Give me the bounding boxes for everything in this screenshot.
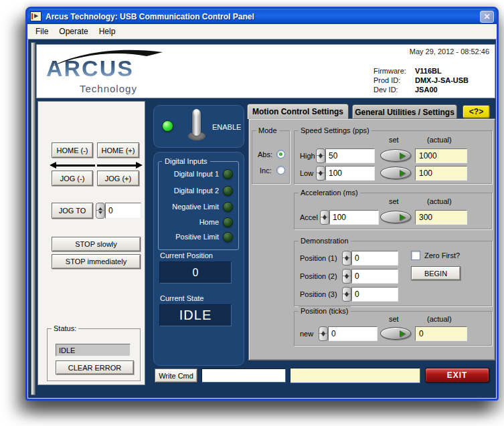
positive-limit-label: Positive Limit [160, 233, 219, 241]
high-speed-stepper[interactable] [316, 148, 325, 163]
position-1-stepper[interactable] [342, 251, 351, 265]
header-panel: ARCUS Technology May 29, 2012 - 08:52:46… [36, 44, 495, 98]
write-cmd-button[interactable]: Write Cmd [155, 368, 197, 383]
status-group-label: Status: [52, 324, 78, 333]
stop-immediately-button[interactable]: STOP immediately [52, 254, 141, 269]
jog-plus-button[interactable]: JOG (+) [97, 171, 139, 186]
jog-minus-button[interactable]: JOG (-) [52, 171, 93, 186]
low-speed-actual-field: 100 [415, 166, 467, 181]
digital-inputs-group: Digital Inputs Digital Input 1 Digital I… [158, 161, 239, 250]
position-2-stepper[interactable] [342, 269, 351, 284]
app-window: Arcus Technology: USB Communication Cont… [25, 7, 499, 401]
high-speed-actual-field: 1000 [415, 148, 467, 163]
new-position-label: new [300, 330, 313, 338]
speed-actual-label: (actual) [427, 136, 452, 144]
position-3-field[interactable]: 0 [351, 287, 398, 302]
enable-toggle-switch[interactable] [187, 109, 207, 142]
dev-id-label: Dev ID: [373, 86, 415, 94]
begin-button[interactable]: BEGIN [411, 266, 460, 280]
current-position-label: Current Position [160, 251, 213, 259]
set-accel-button[interactable] [380, 211, 411, 223]
command-input-field[interactable] [201, 368, 286, 383]
mode-group-label: Mode [256, 126, 279, 135]
exit-button[interactable]: EXIT [425, 368, 489, 383]
enable-label: ENABLE [212, 123, 241, 131]
device-info: Firmware: V116BL Prod ID: DMX-J-SA-USB D… [373, 67, 469, 94]
mode-group: Mode Abs: Inc: [252, 130, 290, 184]
new-position-stepper[interactable] [319, 326, 328, 341]
digital-input-2-led [223, 186, 233, 196]
menu-help[interactable]: Help [94, 25, 121, 38]
speed-settings-label: Speed Settings (pps) [299, 126, 371, 135]
accel-stepper[interactable] [320, 210, 329, 225]
speed-settings-group: Speed Settings (pps) set (actual) High 5… [294, 130, 492, 184]
dev-id-value: JSA00 [415, 86, 469, 94]
ticks-actual-label: (actual) [427, 315, 452, 323]
accel-field[interactable]: 100 [329, 210, 379, 225]
position-ticks-label: Position (ticks) [299, 306, 351, 316]
negative-limit-led [223, 202, 233, 212]
arcus-logo-text: ARCUS [46, 56, 134, 82]
prod-id-label: Prod ID: [373, 76, 415, 84]
enable-led-indicator [162, 120, 173, 132]
status-group: Status: IDLE CLEAR ERROR [47, 328, 141, 381]
new-position-field[interactable]: 0 [328, 326, 377, 341]
home-label: Home [160, 218, 219, 226]
speed-set-label: set [389, 136, 399, 144]
tab-general-utilities-settings[interactable]: General Utilities / Settings [352, 104, 457, 119]
firmware-value: V116BL [415, 67, 469, 75]
high-speed-field[interactable]: 50 [325, 148, 375, 163]
digital-input-1-led [223, 169, 233, 179]
current-position-display: 0 [159, 261, 232, 284]
position-1-label: Position (1) [300, 254, 337, 262]
jog-to-value-field[interactable]: 0 [105, 203, 141, 219]
position-2-label: Position (2) [300, 272, 337, 280]
digital-input-2-label: Digital Input 2 [160, 187, 219, 195]
acceleration-group: Acceleration (ms) set (actual) Accel 100… [294, 193, 492, 229]
set-low-speed-button[interactable] [380, 167, 411, 179]
clear-error-button[interactable]: CLEAR ERROR [56, 360, 134, 375]
green-arrow-icon [400, 152, 406, 159]
zero-first-checkbox[interactable] [411, 251, 420, 260]
menu-file[interactable]: File [30, 25, 54, 38]
green-arrow-icon [400, 170, 406, 177]
digital-inputs-title: Digital Inputs [162, 156, 210, 166]
demonstration-label: Demonstration [299, 236, 351, 245]
accel-actual-label: (actual) [427, 197, 452, 205]
window-title: Arcus Technology: USB Communication Cont… [46, 12, 254, 21]
jog-to-button[interactable]: JOG TO [52, 203, 93, 219]
demonstration-group: Demonstration Position (1) 0 Position (2… [294, 241, 492, 306]
position-3-stepper[interactable] [342, 287, 351, 302]
motion-buttons-panel: HOME (-) HOME (+) JOG (-) JOG (+) JOG TO… [37, 101, 145, 385]
low-speed-label: Low [300, 169, 313, 177]
current-state-label: Current State [160, 294, 203, 302]
home-plus-button[interactable]: HOME (+) [97, 142, 139, 158]
status-display-panel: Digital Inputs Digital Input 1 Digital I… [153, 152, 244, 366]
low-speed-field[interactable]: 100 [325, 166, 375, 181]
position-2-field[interactable]: 0 [351, 269, 398, 284]
high-speed-label: High [300, 152, 315, 160]
status-value-field: IDLE [56, 344, 131, 356]
positive-limit-led [223, 232, 233, 242]
enable-panel: ENABLE [153, 105, 244, 148]
green-arrow-icon [400, 214, 406, 221]
close-icon[interactable]: ✕ [480, 11, 494, 23]
stop-slowly-button[interactable]: STOP slowly [52, 237, 141, 251]
jog-to-stepper[interactable] [96, 203, 105, 219]
low-speed-stepper[interactable] [316, 166, 325, 181]
abs-mode-radio[interactable] [276, 150, 285, 158]
firmware-label: Firmware: [373, 67, 415, 75]
inc-mode-radio[interactable] [276, 166, 285, 175]
position-actual-field: 0 [415, 326, 467, 341]
tab-help[interactable]: <?> [463, 105, 490, 118]
position-1-field[interactable]: 0 [351, 251, 398, 265]
accel-actual-field: 300 [415, 210, 467, 225]
menu-bar: File Operate Help [27, 24, 497, 39]
set-position-button[interactable] [380, 327, 411, 340]
menu-operate[interactable]: Operate [54, 25, 93, 38]
home-minus-button[interactable]: HOME (-) [52, 142, 93, 158]
arrow-right-icon [97, 162, 143, 169]
green-arrow-icon [400, 330, 406, 337]
tab-motion-control-settings[interactable]: Motion Control Settings [247, 104, 349, 119]
set-high-speed-button[interactable] [380, 149, 411, 162]
